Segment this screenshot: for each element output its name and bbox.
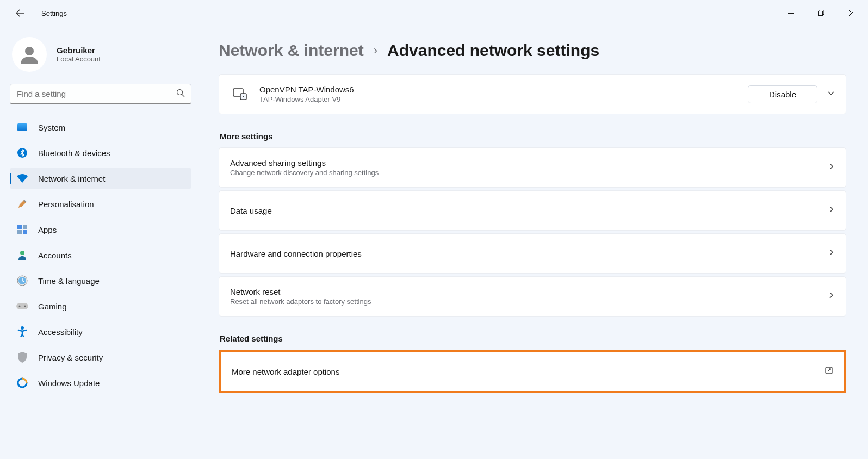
card-title: Data usage bbox=[230, 206, 827, 215]
adapter-desc: TAP-Windows Adapter V9 bbox=[259, 95, 748, 103]
person-icon bbox=[18, 44, 40, 65]
nav-label: Gaming bbox=[38, 302, 67, 311]
card-network-reset[interactable]: Network reset Reset all network adaptors… bbox=[219, 276, 846, 317]
maximize-icon bbox=[818, 10, 824, 16]
search-input[interactable] bbox=[10, 84, 191, 104]
chevron-right-icon bbox=[827, 291, 835, 301]
section-related-settings: Related settings bbox=[220, 334, 846, 343]
chevron-right-icon bbox=[827, 163, 835, 172]
breadcrumb-current: Advanced network settings bbox=[387, 41, 599, 60]
nav-label: Bluetooth & devices bbox=[38, 148, 110, 158]
chevron-right-icon bbox=[827, 249, 835, 258]
svg-rect-7 bbox=[23, 230, 27, 234]
svg-point-14 bbox=[21, 326, 24, 330]
nav-label: Personalisation bbox=[38, 200, 94, 209]
user-subtitle: Local Account bbox=[57, 55, 101, 63]
svg-rect-5 bbox=[23, 225, 27, 229]
breadcrumb: Network & internet › Advanced network se… bbox=[219, 41, 846, 60]
svg-point-1 bbox=[25, 47, 34, 55]
card-sub: Reset all network adaptors to factory se… bbox=[230, 297, 827, 306]
chevron-right-icon bbox=[827, 206, 835, 215]
gaming-icon bbox=[16, 300, 28, 312]
nav-item-accounts[interactable]: Accounts bbox=[10, 244, 191, 266]
card-more-adapter-options[interactable]: More network adapter options bbox=[219, 350, 846, 393]
nav-label: Windows Update bbox=[38, 379, 100, 388]
minimize-button[interactable] bbox=[776, 2, 806, 24]
card-sub: Change network discovery and sharing set… bbox=[230, 169, 827, 177]
breadcrumb-parent[interactable]: Network & internet bbox=[219, 41, 364, 60]
clock-icon bbox=[16, 275, 28, 287]
breadcrumb-separator: › bbox=[374, 44, 377, 58]
system-icon bbox=[16, 121, 28, 133]
svg-point-12 bbox=[19, 306, 21, 307]
svg-rect-6 bbox=[17, 230, 22, 234]
nav-item-personalisation[interactable]: Personalisation bbox=[10, 193, 191, 215]
nav-item-gaming[interactable]: Gaming bbox=[10, 295, 191, 317]
nav-label: Network & internet bbox=[38, 174, 105, 183]
card-title: Hardware and connection properties bbox=[230, 249, 827, 258]
svg-rect-0 bbox=[819, 11, 823, 16]
svg-point-8 bbox=[20, 251, 24, 255]
svg-point-13 bbox=[24, 306, 26, 307]
update-icon bbox=[16, 377, 28, 389]
app-title: Settings bbox=[41, 9, 67, 17]
nav-label: Accounts bbox=[38, 251, 72, 260]
svg-rect-11 bbox=[16, 303, 28, 309]
paint-icon bbox=[16, 198, 28, 210]
section-more-settings: More settings bbox=[220, 132, 846, 141]
back-button[interactable] bbox=[12, 5, 28, 21]
search-icon bbox=[176, 89, 185, 100]
nav-item-bluetooth[interactable]: Bluetooth & devices bbox=[10, 142, 191, 164]
svg-rect-4 bbox=[17, 225, 22, 229]
svg-point-2 bbox=[177, 90, 183, 95]
accounts-icon bbox=[16, 249, 28, 261]
shield-icon bbox=[16, 351, 28, 363]
arrow-left-icon bbox=[16, 9, 24, 17]
adapter-name: OpenVPN TAP-Windows6 bbox=[259, 85, 748, 94]
close-icon bbox=[848, 10, 855, 16]
nav-label: Accessibility bbox=[38, 327, 83, 337]
chevron-down-icon bbox=[827, 89, 835, 99]
card-advanced-sharing[interactable]: Advanced sharing settings Change network… bbox=[219, 147, 846, 188]
nav-item-apps[interactable]: Apps bbox=[10, 219, 191, 240]
close-button[interactable] bbox=[836, 2, 867, 24]
nav-item-windows-update[interactable]: Windows Update bbox=[10, 372, 191, 394]
nav-item-accessibility[interactable]: Accessibility bbox=[10, 321, 191, 343]
nav-item-system[interactable]: System bbox=[10, 116, 191, 138]
adapter-card[interactable]: OpenVPN TAP-Windows6 TAP-Windows Adapter… bbox=[219, 74, 846, 114]
accessibility-icon bbox=[16, 326, 28, 338]
nav-label: System bbox=[38, 123, 65, 132]
card-hardware-properties[interactable]: Hardware and connection properties bbox=[219, 233, 846, 274]
nav-label: Privacy & security bbox=[38, 353, 103, 362]
external-link-icon bbox=[824, 366, 833, 377]
card-data-usage[interactable]: Data usage bbox=[219, 190, 846, 231]
user-name: Gebruiker bbox=[57, 46, 101, 55]
nav-item-privacy[interactable]: Privacy & security bbox=[10, 346, 191, 368]
wifi-icon bbox=[16, 172, 28, 184]
svg-rect-18 bbox=[243, 96, 244, 97]
minimize-icon bbox=[788, 10, 794, 16]
avatar bbox=[12, 37, 47, 72]
card-title: Advanced sharing settings bbox=[230, 158, 827, 168]
disable-button[interactable]: Disable bbox=[748, 85, 817, 103]
card-title: More network adapter options bbox=[232, 367, 824, 376]
card-title: Network reset bbox=[230, 287, 827, 296]
nav-item-network[interactable]: Network & internet bbox=[10, 168, 191, 189]
nav-label: Apps bbox=[38, 225, 57, 234]
nav-item-time-language[interactable]: Time & language bbox=[10, 270, 191, 291]
user-profile[interactable]: Gebruiker Local Account bbox=[10, 33, 191, 84]
apps-icon bbox=[16, 224, 28, 235]
bluetooth-icon bbox=[16, 147, 28, 159]
maximize-button[interactable] bbox=[806, 2, 836, 24]
nav-label: Time & language bbox=[38, 276, 100, 286]
ethernet-icon bbox=[230, 88, 250, 100]
